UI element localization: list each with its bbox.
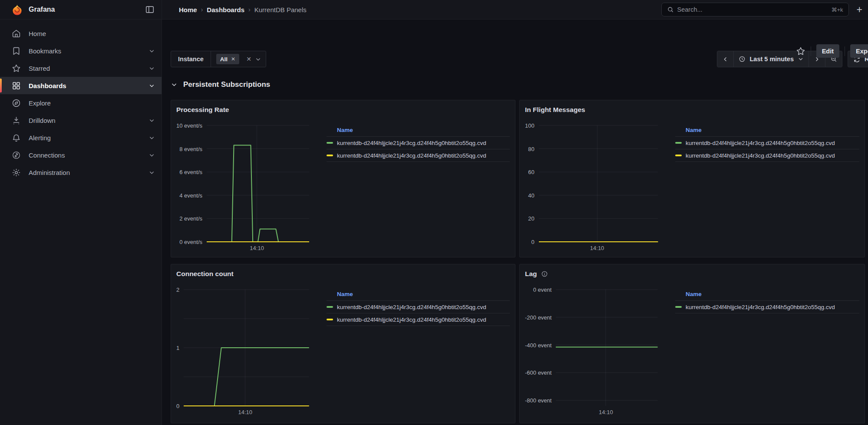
export-button[interactable]: Export bbox=[850, 44, 868, 58]
sidebar-item-explore[interactable]: Explore bbox=[0, 94, 162, 112]
sidebar-item-connections[interactable]: Connections bbox=[0, 146, 162, 164]
chevron-down-icon[interactable] bbox=[149, 169, 155, 176]
legend-series-name[interactable]: kurrentdb-d24f4hljjcle21j4r3cg.d24f4h5g0… bbox=[337, 152, 486, 159]
chevron-down-icon[interactable] bbox=[149, 152, 155, 158]
breadcrumb-item-home[interactable]: Home bbox=[179, 6, 197, 13]
legend-rows: kurrentdb-d24f4hljjcle21j4r3cg.d24f4h5g0… bbox=[675, 301, 859, 313]
sidebar-item-administration[interactable]: Administration bbox=[0, 164, 162, 181]
legend-series-name[interactable]: kurrentdb-d24f4hljjcle21j4r3cg.d24f4h5g0… bbox=[686, 152, 835, 159]
search-input[interactable] bbox=[677, 6, 828, 13]
legend-series-name[interactable]: kurrentdb-d24f4hljjcle21j4r3cg.d24f4h5g0… bbox=[337, 140, 486, 146]
y-axis-tick: 0 bbox=[176, 403, 179, 409]
legend-header-name[interactable]: Name bbox=[327, 125, 510, 137]
y-axis-tick: 4 event/s bbox=[179, 192, 202, 198]
bookmark-icon bbox=[12, 46, 21, 56]
top-nav: Grafana Home›Dashboards›KurrentDB Panels… bbox=[0, 0, 868, 20]
edit-button[interactable]: Edit bbox=[816, 44, 839, 58]
grafana-logo-icon bbox=[11, 4, 23, 16]
info-icon[interactable] bbox=[541, 270, 548, 277]
sidebar-item-starred[interactable]: Starred bbox=[0, 59, 162, 77]
chevron-down-icon[interactable] bbox=[255, 56, 261, 63]
time-series-chart[interactable]: -200 event0 event-200 event-400 event-60… bbox=[525, 290, 658, 406]
filter-row: Instance All ✕ ✕ bbox=[171, 51, 868, 67]
legend-header-name[interactable]: Name bbox=[675, 290, 859, 301]
panel-title[interactable]: Processing Rate bbox=[176, 106, 229, 114]
legend-header-name[interactable]: Name bbox=[327, 290, 510, 301]
grid-icon bbox=[12, 81, 21, 90]
panel-header[interactable]: Processing Rate bbox=[176, 105, 510, 115]
panel-grid: Processing Rate 10 event/s0 event/s2 eve… bbox=[171, 100, 865, 423]
sidebar-item-label: Drilldown bbox=[29, 117, 141, 124]
legend-row[interactable]: kurrentdb-d24f4hljjcle21j4r3cg.d24f4h5g0… bbox=[327, 301, 510, 313]
time-series-chart[interactable]: 001214:10 bbox=[176, 290, 309, 406]
legend-row[interactable]: kurrentdb-d24f4hljjcle21j4r3cg.d24f4h5g0… bbox=[327, 137, 510, 149]
instance-filter-label: Instance bbox=[171, 51, 211, 67]
time-series-chart[interactable]: 10002040608010014:10 bbox=[525, 125, 658, 242]
remove-value-icon[interactable]: ✕ bbox=[231, 56, 235, 62]
legend-header-name[interactable]: Name bbox=[675, 125, 859, 137]
y-axis-tick: 0 bbox=[531, 239, 534, 245]
chevron-down-icon[interactable] bbox=[149, 117, 155, 124]
brand-name: Grafana bbox=[29, 6, 144, 13]
panel-header[interactable]: Lag bbox=[525, 269, 859, 279]
y-axis-labels: 0012 bbox=[176, 290, 184, 406]
dock-menu-icon[interactable] bbox=[144, 4, 155, 15]
legend: Name kurrentdb-d24f4hljjcle21j4r3cg.d24f… bbox=[327, 290, 510, 406]
plot-area[interactable]: 14:10 bbox=[207, 125, 309, 242]
panel-header[interactable]: Connection count bbox=[176, 269, 510, 279]
sidebar-item-label: Administration bbox=[29, 169, 141, 176]
sidebar-item-home[interactable]: Home bbox=[0, 25, 162, 42]
link-icon bbox=[12, 151, 21, 160]
star-icon bbox=[12, 64, 21, 73]
plot-area[interactable]: 14:10 bbox=[556, 290, 658, 406]
chevron-down-icon[interactable] bbox=[149, 48, 155, 54]
legend-row[interactable]: kurrentdb-d24f4hljjcle21j4r3cg.d24f4h5g0… bbox=[327, 149, 510, 162]
clear-filter-icon[interactable]: ✕ bbox=[243, 56, 255, 63]
plot-area[interactable]: 14:10 bbox=[539, 125, 658, 242]
time-back-button[interactable] bbox=[717, 51, 734, 67]
panel-title[interactable]: Lag bbox=[525, 270, 537, 278]
section-header-persistent-subscriptions[interactable]: Persistent Subscriptions bbox=[171, 80, 270, 89]
time-series-chart[interactable]: 10 event/s0 event/s2 event/s4 event/s6 e… bbox=[176, 125, 309, 242]
sidebar-item-bookmarks[interactable]: Bookmarks bbox=[0, 42, 162, 59]
sidebar-item-alerting[interactable]: Alerting bbox=[0, 129, 162, 146]
legend: Name kurrentdb-d24f4hljjcle21j4r3cg.d24f… bbox=[327, 125, 510, 242]
sidebar-item-label: Dashboards bbox=[29, 82, 141, 89]
series-color-dash bbox=[675, 155, 682, 156]
y-axis-tick: -800 event bbox=[525, 397, 551, 404]
star-dashboard-button[interactable] bbox=[796, 46, 805, 56]
sidebar-item-dashboards[interactable]: Dashboards bbox=[0, 77, 162, 94]
chevron-down-icon[interactable] bbox=[149, 82, 155, 89]
legend-series-name[interactable]: kurrentdb-d24f4hljjcle21j4r3cg.d24f4h5g0… bbox=[686, 304, 835, 310]
legend: Name kurrentdb-d24f4hljjcle21j4r3cg.d24f… bbox=[675, 290, 859, 406]
legend-rows: kurrentdb-d24f4hljjcle21j4r3cg.d24f4h5g0… bbox=[327, 301, 510, 326]
panel-title[interactable]: Connection count bbox=[176, 270, 234, 278]
legend-row[interactable]: kurrentdb-d24f4hljjcle21j4r3cg.d24f4h5g0… bbox=[675, 301, 859, 313]
panel-header[interactable]: In Flight Messages bbox=[525, 105, 859, 115]
instance-filter-value[interactable]: All ✕ bbox=[216, 54, 239, 64]
y-axis-tick: 0 event bbox=[533, 287, 552, 293]
legend-series-name[interactable]: kurrentdb-d24f4hljjcle21j4r3cg.d24f4h5g0… bbox=[337, 304, 486, 310]
add-button[interactable]: + bbox=[855, 5, 864, 15]
plot-area[interactable]: 14:10 bbox=[184, 290, 309, 406]
legend-row[interactable]: kurrentdb-d24f4hljjcle21j4r3cg.d24f4h5g0… bbox=[675, 137, 859, 149]
sidebar-item-label: Alerting bbox=[29, 134, 141, 142]
legend-rows: kurrentdb-d24f4hljjcle21j4r3cg.d24f4h5g0… bbox=[327, 137, 510, 162]
chevron-down-icon[interactable] bbox=[149, 135, 155, 141]
legend-row[interactable]: kurrentdb-d24f4hljjcle21j4r3cg.d24f4h5g0… bbox=[675, 149, 859, 162]
panel-lag: Lag -200 event0 event-200 event-400 even… bbox=[519, 264, 865, 423]
panel-title[interactable]: In Flight Messages bbox=[525, 106, 585, 114]
chevron-down-icon[interactable] bbox=[149, 65, 155, 72]
search-box[interactable]: ⌘+k bbox=[661, 3, 849, 16]
legend-rows: kurrentdb-d24f4hljjcle21j4r3cg.d24f4h5g0… bbox=[675, 137, 859, 162]
dashboard-content: Edit Export Instance All ✕ ✕ bbox=[162, 20, 868, 425]
toolbar-divider bbox=[811, 46, 811, 56]
breadcrumb-item-dashboards[interactable]: Dashboards bbox=[207, 6, 244, 13]
sidebar-item-drilldown[interactable]: Drilldown bbox=[0, 112, 162, 129]
series-color-dash bbox=[327, 142, 333, 144]
legend-series-name[interactable]: kurrentdb-d24f4hljjcle21j4r3cg.d24f4h5g0… bbox=[337, 316, 486, 323]
y-axis-tick: 40 bbox=[528, 192, 534, 198]
legend-row[interactable]: kurrentdb-d24f4hljjcle21j4r3cg.d24f4h5g0… bbox=[327, 313, 510, 326]
legend-series-name[interactable]: kurrentdb-d24f4hljjcle21j4r3cg.d24f4h5g0… bbox=[686, 140, 835, 146]
sidebar-item-label: Connections bbox=[29, 152, 141, 159]
